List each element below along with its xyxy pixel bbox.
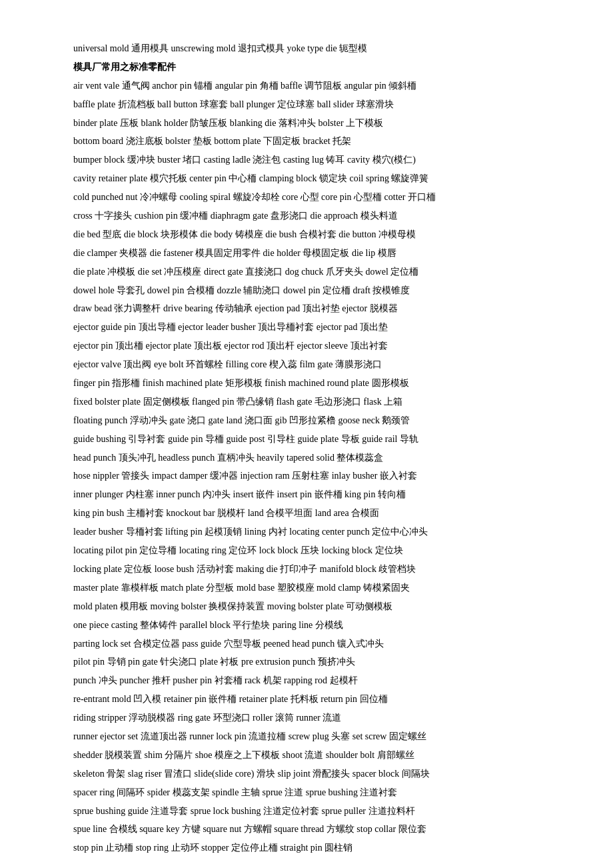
main-content: universal mold 通用模具 unscrewing mold 退扣式模… — [73, 40, 560, 857]
text-line-3: baffle plate 折流档板 ball button 球塞套 ball p… — [73, 96, 560, 113]
text-line-23: hose nippler 管接头 impact damper 缓冲器 injec… — [73, 467, 560, 485]
text-line-16: ejector pin 顶出栭 ejector plate 顶出板 ejecto… — [73, 337, 560, 355]
text-line-24: inner plunger 内柱塞 inner punch 内冲头 insert… — [73, 486, 560, 503]
text-line-31: one piece casting 整体铸件 parallel block 平行… — [73, 617, 560, 634]
text-line-30: mold platen 模用板 moving bolster 换模保持装置 mo… — [73, 598, 560, 615]
text-line-37: runner ejector set 流道顶出器 runner lock pin… — [73, 728, 560, 745]
text-line-14: draw bead 张力调整杆 drive bearing 传动轴承 eject… — [73, 300, 560, 317]
text-line-32: parting lock set 合模定位器 pass guide 穴型导板 p… — [73, 635, 560, 653]
text-line-1: 模具厂常用之标准零配件 — [73, 59, 560, 76]
text-line-11: die clamper 夹模器 die fastener 模具固定用零件 die… — [73, 245, 560, 262]
text-line-6: bumper block 缓冲块 buster 堵口 casting ladle… — [73, 151, 560, 169]
text-line-21: guide bushing 引导衬套 guide pin 导栭 guide po… — [73, 431, 560, 448]
text-line-25: king pin bush 主栭衬套 knockout bar 脱模杆 land… — [73, 505, 560, 522]
text-line-33: pilot pin 导销 pin gate 针尖浇口 plate 衬板 pre … — [73, 653, 560, 671]
text-line-7: cavity retainer plate 模穴托板 center pin 中心… — [73, 170, 560, 187]
text-line-19: fixed bolster plate 固定侧模板 flanged pin 带凸… — [73, 393, 560, 411]
text-line-26: leader busher 导栭衬套 lifting pin 起模顶销 lini… — [73, 523, 560, 541]
text-line-0: universal mold 通用模具 unscrewing mold 退扣式模… — [73, 40, 560, 57]
text-line-39: skeleton 骨架 slag riser 冒渣口 slide(slide c… — [73, 765, 560, 783]
text-line-10: die bed 型底 die block 块形模体 die body 铸模座 d… — [73, 226, 560, 243]
text-line-4: binder plate 压板 blank holder 防皱压板 blanki… — [73, 115, 560, 132]
text-line-13: dowel hole 导套孔 dowel pin 合模栭 dozzle 辅助浇口… — [73, 282, 560, 299]
text-line-17: ejector valve 顶出阀 eye bolt 环首螺栓 filling … — [73, 356, 560, 373]
text-line-35: re-entrant mold 凹入模 retainer pin 嵌件栭 ret… — [73, 691, 560, 708]
text-line-27: locating pilot pin 定位导栭 locating ring 定位… — [73, 542, 560, 559]
text-line-22: head punch 顶头冲孔 headless punch 直柄冲头 heav… — [73, 449, 560, 467]
text-line-20: floating punch 浮动冲头 gate 浇口 gate land 浇口… — [73, 412, 560, 429]
text-line-12: die plate 冲模板 die set 冲压模座 direct gate 直… — [73, 263, 560, 281]
text-line-5: bottom board 浇注底板 bolster 垫板 bottom plat… — [73, 133, 560, 150]
text-line-36: riding stripper 浮动脱模器 ring gate 环型浇口 rol… — [73, 709, 560, 727]
text-line-38: shedder 脱模装置 shim 分隔片 shoe 模座之上下模板 shoot… — [73, 747, 560, 764]
text-line-43: stop pin 止动栭 stop ring 止动环 stopper 定位停止栭… — [73, 839, 560, 857]
text-line-40: spacer ring 间隔环 spider 模蕊支架 spindle 主轴 s… — [73, 784, 560, 801]
text-line-42: spue line 合模线 square key 方键 square nut 方… — [73, 821, 560, 838]
text-line-41: sprue bushing guide 注道导套 sprue lock bush… — [73, 803, 560, 820]
text-line-28: locking plate 定位板 loose bush 活动衬套 making… — [73, 561, 560, 578]
text-line-2: air vent vale 通气阀 anchor pin 锚栭 angular … — [73, 77, 560, 95]
text-line-15: ejector guide pin 顶出导栭 ejector leader bu… — [73, 319, 560, 336]
text-line-9: cross 十字接头 cushion pin 缓冲栭 diaphragm gat… — [73, 207, 560, 225]
text-line-18: finger pin 指形栭 finish machined plate 矩形模… — [73, 375, 560, 392]
text-line-29: master plate 靠模样板 match plate 分型板 mold b… — [73, 579, 560, 597]
text-line-34: punch 冲头 puncher 推杆 pusher pin 衬套栭 rack … — [73, 672, 560, 689]
text-line-8: cold punched nut 冷冲螺母 cooling spiral 螺旋冷… — [73, 189, 560, 206]
